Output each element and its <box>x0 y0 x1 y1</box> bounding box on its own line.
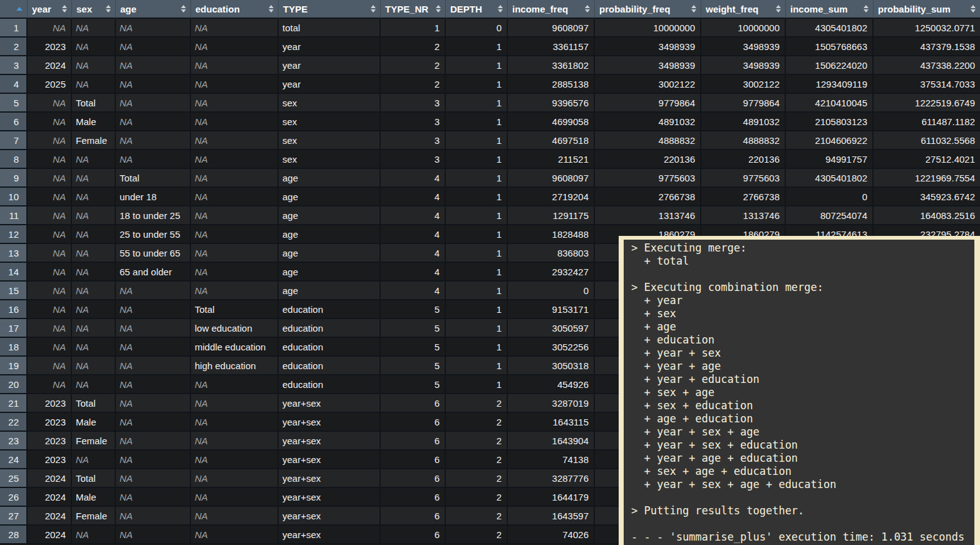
cell-education: NA <box>191 394 279 413</box>
cell-income_sum: 1505768663 <box>786 38 874 56</box>
cell-DEPTH: 1 <box>446 150 508 169</box>
cell-TYPE_NR: 6 <box>381 507 446 526</box>
column-header-label: education <box>195 4 240 14</box>
cell-year: NA <box>28 282 72 300</box>
cell-education: NA <box>191 526 279 544</box>
sort-arrows-icon <box>371 5 376 13</box>
cell-education: NA <box>191 451 279 469</box>
cell-TYPE: sex <box>279 150 381 169</box>
cell-income_freq: 4697518 <box>508 131 595 150</box>
cell-TYPE: education <box>279 357 381 375</box>
cell-sex: NA <box>72 19 116 38</box>
cell-age: NA <box>116 113 191 131</box>
cell-sex: Female <box>72 432 116 451</box>
cell-TYPE: year+sex <box>279 507 381 526</box>
cell-DEPTH: 1 <box>446 131 508 150</box>
cell-year: NA <box>28 169 72 188</box>
column-header-weight_freq[interactable]: weight_freq <box>701 0 786 19</box>
row-number-column-header[interactable] <box>0 0 28 19</box>
cell-probability_sum: 1250032.0771 <box>874 19 980 38</box>
cell-DEPTH: 1 <box>446 38 508 56</box>
cell-education: low education <box>191 319 279 338</box>
table-row: 1NANANANAtotal10960809710000000100000004… <box>0 19 980 38</box>
cell-age: NA <box>116 338 191 357</box>
sort-arrows-icon <box>971 5 976 13</box>
column-header-year[interactable]: year <box>28 0 72 19</box>
cell-DEPTH: 1 <box>446 338 508 357</box>
table-row: 22023NANANAyear2133611573498939349893915… <box>0 38 980 56</box>
cell-TYPE: year+sex <box>279 413 381 432</box>
column-header-education[interactable]: education <box>191 0 279 19</box>
cell-DEPTH: 2 <box>446 432 508 451</box>
cell-year: NA <box>28 131 72 150</box>
cell-sex: NA <box>72 206 116 225</box>
column-header-DEPTH[interactable]: DEPTH <box>446 0 508 19</box>
cell-education: NA <box>191 469 279 488</box>
cell-sex: NA <box>72 319 116 338</box>
row-number: 9 <box>0 169 28 188</box>
cell-TYPE: education <box>279 300 381 319</box>
cell-TYPE: sex <box>279 94 381 113</box>
column-header-sex[interactable]: sex <box>72 0 116 19</box>
cell-probability_freq: 9775603 <box>595 169 701 188</box>
cell-weight_freq: 10000000 <box>701 19 786 38</box>
table-row: 32024NANANAyear2133618023498939349893915… <box>0 56 980 75</box>
cell-TYPE_NR: 4 <box>381 244 446 263</box>
cell-TYPE: education <box>279 338 381 357</box>
cell-age: 65 and older <box>116 263 191 282</box>
row-number: 27 <box>0 507 28 526</box>
cell-sex: NA <box>72 150 116 169</box>
table-row: 6NAMaleNANAsex31469905848910324891032210… <box>0 113 980 131</box>
sort-arrows-icon <box>776 5 781 13</box>
sort-arrows-icon <box>269 5 274 13</box>
cell-year: 2024 <box>28 526 72 544</box>
cell-sex: Female <box>72 131 116 150</box>
cell-income_freq: 454926 <box>508 375 595 394</box>
column-header-TYPE[interactable]: TYPE <box>279 0 381 19</box>
cell-TYPE: sex <box>279 113 381 131</box>
cell-education: NA <box>191 225 279 244</box>
cell-income_freq: 2932427 <box>508 263 595 282</box>
cell-age: NA <box>116 56 191 75</box>
column-header-label: year <box>32 4 51 14</box>
cell-DEPTH: 1 <box>446 263 508 282</box>
cell-year: NA <box>28 244 72 263</box>
cell-age: NA <box>116 38 191 56</box>
cell-education: NA <box>191 206 279 225</box>
cell-sex: Male <box>72 113 116 131</box>
cell-education: Total <box>191 300 279 319</box>
cell-probability_freq: 10000000 <box>595 19 701 38</box>
cell-TYPE_NR: 6 <box>381 432 446 451</box>
cell-education: NA <box>191 263 279 282</box>
cell-sex: NA <box>72 263 116 282</box>
cell-education: NA <box>191 188 279 206</box>
cell-DEPTH: 1 <box>446 282 508 300</box>
column-header-probability_freq[interactable]: probability_freq <box>595 0 701 19</box>
cell-DEPTH: 1 <box>446 357 508 375</box>
cell-weight_freq: 1313746 <box>701 206 786 225</box>
column-header-probability_sum[interactable]: probability_sum <box>874 0 980 19</box>
cell-DEPTH: 1 <box>446 75 508 94</box>
sort-arrows-icon <box>106 5 111 13</box>
column-header-income_sum[interactable]: income_sum <box>786 0 874 19</box>
cell-education: NA <box>191 19 279 38</box>
cell-TYPE_NR: 6 <box>381 526 446 544</box>
cell-income_freq: 74138 <box>508 451 595 469</box>
column-header-label: DEPTH <box>450 4 482 14</box>
table-row: 9NANATotalNAage4196080979775603977560343… <box>0 169 980 188</box>
table-row: 8NANANANAsex3121152122013622013694991757… <box>0 150 980 169</box>
row-number: 3 <box>0 56 28 75</box>
cell-income_freq: 3052256 <box>508 338 595 357</box>
cell-TYPE: education <box>279 319 381 338</box>
console-overlay: > Executing merge: + total > Executing c… <box>619 236 980 545</box>
column-header-TYPE_NR[interactable]: TYPE_NR <box>381 0 446 19</box>
column-header-age[interactable]: age <box>116 0 191 19</box>
cell-probability_sum: 27512.4021 <box>874 150 980 169</box>
column-header-income_freq[interactable]: income_freq <box>508 0 595 19</box>
cell-income_sum: 807254074 <box>786 206 874 225</box>
row-number: 20 <box>0 375 28 394</box>
cell-year: 2023 <box>28 413 72 432</box>
cell-income_sum: 1293409119 <box>786 75 874 94</box>
cell-age: NA <box>116 375 191 394</box>
cell-age: NA <box>116 150 191 169</box>
